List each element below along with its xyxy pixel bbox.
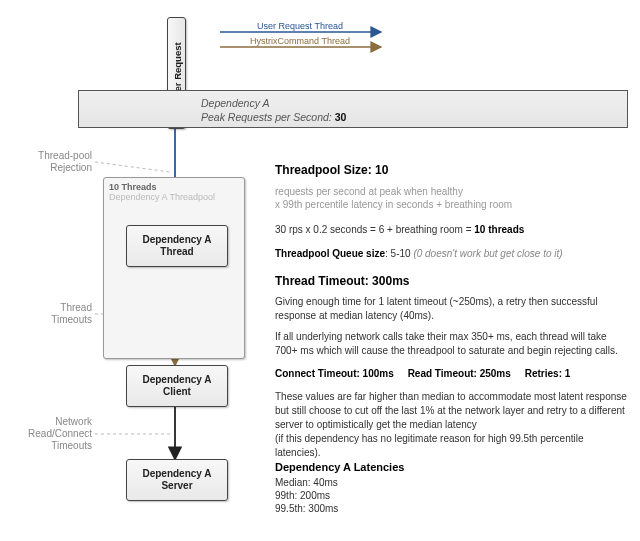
threadpool-box xyxy=(103,177,245,359)
latencies-head: Dependency A Latencies xyxy=(275,460,627,474)
lat-995: 99.5th: 300ms xyxy=(275,502,627,516)
thread-timeout-head: Thread Timeout: 300ms xyxy=(275,274,627,288)
label-thread-timeouts: Thread Timeouts xyxy=(10,302,92,326)
lat-99: 99th: 200ms xyxy=(275,489,627,503)
legend-hystrix-text: HystrixCommand Thread xyxy=(250,36,350,46)
pool-name: Dependency A Threadpool xyxy=(109,192,215,202)
tp-calc1: requests per second at peak when healthy xyxy=(275,185,627,199)
bar-rps-label: Peak Requests per Second: xyxy=(201,111,335,123)
bar-rps-value: 30 xyxy=(335,111,347,123)
dependency-bar: Dependency A Peak Requests per Second: 3… xyxy=(78,90,628,128)
tt-p2: If all underlying network calls take the… xyxy=(275,330,627,358)
legend-user-text: User Request Thread xyxy=(257,21,343,31)
net-timeouts-line: Connect Timeout: 100ms Read Timeout: 250… xyxy=(275,367,627,381)
pool-threads: 10 Threads xyxy=(109,182,157,192)
threadpool-size-head: Threadpool Size: 10 xyxy=(275,163,627,177)
node-server: Dependency A Server xyxy=(126,459,228,501)
callout-rejection xyxy=(95,162,170,172)
lat-median: Median: 40ms xyxy=(275,476,627,490)
node-client: Dependency A Client xyxy=(126,365,228,407)
node-thread: Dependency A Thread xyxy=(126,225,228,267)
tt-p1: Giving enough time for 1 latent timeout … xyxy=(275,295,627,323)
queue-line: Threadpool Queue size: 5-10 (0 doesn't w… xyxy=(275,247,627,261)
label-rejection: Thread-pool Rejection xyxy=(10,150,92,174)
bar-title: Dependency A xyxy=(201,97,270,109)
tp-calc2: x 99th percentile latency in seconds + b… xyxy=(275,198,627,212)
net-p2: (if this dependency has no legitimate re… xyxy=(275,432,627,460)
tp-eq: 30 rps x 0.2 seconds = 6 + breathing roo… xyxy=(275,223,627,237)
label-net-timeouts: Network Read/Connect Timeouts xyxy=(10,416,92,452)
net-p1: These values are far higher than median … xyxy=(275,390,627,432)
